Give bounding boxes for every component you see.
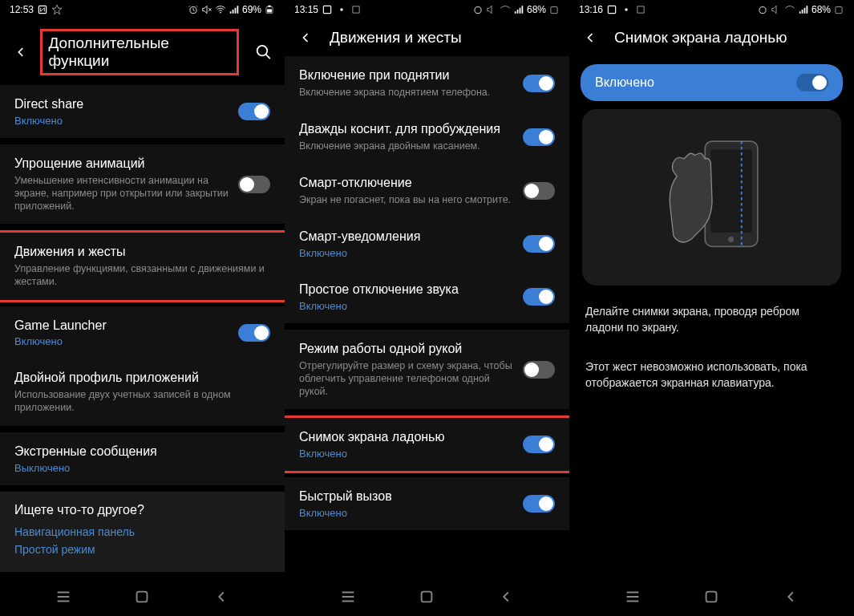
toggle-easy-mute[interactable] — [523, 288, 555, 306]
setting-game-launcher[interactable]: Game Launcher Включено — [0, 306, 285, 359]
svg-rect-10 — [353, 6, 359, 13]
setting-dual-messenger[interactable]: Двойной профиль приложений Использование… — [0, 359, 285, 425]
nfc-icon — [606, 4, 617, 15]
svg-rect-23 — [706, 592, 717, 602]
nav-home[interactable] — [133, 588, 151, 606]
alarm-icon — [472, 4, 484, 15]
nav-back[interactable] — [497, 588, 515, 606]
screen-motions-gestures: 13:15 68% Движения и жесты Включение при… — [285, 0, 569, 616]
nav-recents[interactable] — [339, 588, 357, 606]
screenshot-icon — [350, 4, 362, 15]
setting-one-handed[interactable]: Режим работы одной рукой Отрегулируйте р… — [285, 330, 569, 410]
highlight-motions: Движения и жесты Управление функциями, с… — [0, 230, 285, 302]
highlight-palm-swipe: Снимок экрана ладонью Включено — [285, 415, 569, 473]
master-toggle-bar[interactable]: Включено — [581, 64, 843, 101]
back-icon[interactable] — [582, 30, 598, 46]
setting-palm-swipe[interactable]: Снимок экрана ладонью Включено — [285, 418, 569, 471]
master-toggle[interactable] — [796, 74, 828, 91]
toggle-lift-to-wake[interactable] — [523, 75, 555, 92]
signal-icon — [229, 4, 240, 15]
svg-rect-16 — [637, 6, 644, 13]
back-icon[interactable] — [13, 44, 29, 60]
status-time: 13:16 — [579, 4, 603, 15]
setting-direct-share[interactable]: Direct share Включено — [0, 85, 285, 138]
nav-back[interactable] — [782, 588, 799, 606]
setting-smart-alert[interactable]: Смарт-уведомления Включено — [285, 217, 569, 270]
signal-icon — [513, 4, 524, 15]
setting-easy-mute[interactable]: Простое отключение звука Включено — [285, 270, 569, 323]
battery-icon — [833, 4, 844, 15]
setting-lift-to-wake[interactable]: Включение при поднятии Включение экрана … — [285, 56, 569, 110]
description-2: Этот жест невозможно использовать, пока … — [569, 347, 854, 403]
status-battery: 68% — [812, 4, 831, 15]
svg-rect-14 — [608, 6, 615, 13]
status-bar: 13:15 68% — [285, 0, 569, 19]
svg-rect-5 — [268, 6, 271, 7]
location-icon — [621, 4, 632, 15]
svg-point-11 — [475, 7, 481, 14]
toggle-reduce-animations[interactable] — [238, 176, 270, 193]
battery-icon — [264, 4, 275, 15]
toggle-direct-call[interactable] — [523, 495, 555, 513]
nav-bar — [0, 578, 285, 616]
page-title: Снимок экрана ладонью — [614, 29, 841, 47]
content: Включено Делайте снимки экрана, проводя … — [569, 56, 854, 578]
settings-list: Direct share Включено Упрощение анимаций… — [0, 85, 285, 578]
signal-icon — [798, 4, 809, 15]
toggle-game-launcher[interactable] — [238, 324, 270, 342]
description-1: Делайте снимки экрана, проводя ребром ла… — [569, 292, 854, 347]
setting-direct-call[interactable]: Быстрый вызов Включено — [285, 477, 569, 530]
nav-home[interactable] — [702, 588, 720, 606]
location-icon — [51, 4, 63, 15]
nav-recents[interactable] — [55, 588, 72, 606]
status-time: 12:53 — [10, 4, 34, 15]
svg-rect-18 — [836, 7, 842, 14]
mute-icon — [486, 4, 497, 15]
wifi-icon — [500, 4, 511, 15]
toggle-direct-share[interactable] — [238, 103, 270, 120]
screen-palm-swipe: 13:16 68% Снимок экрана ладонью Включено — [569, 0, 854, 616]
lookup-link-easy-mode[interactable]: Простой режим — [14, 543, 270, 556]
location-icon — [336, 4, 347, 15]
svg-point-6 — [257, 46, 267, 56]
nav-home[interactable] — [418, 588, 435, 606]
battery-icon — [548, 4, 560, 15]
back-icon[interactable] — [297, 30, 314, 46]
setting-reduce-animations[interactable]: Упрощение анимаций Уменьшение интенсивно… — [0, 144, 285, 225]
title-highlight: Дополнительные функции — [40, 29, 239, 75]
search-icon[interactable] — [255, 43, 272, 61]
setting-motions-gestures[interactable]: Движения и жесты Управление функциями, с… — [0, 233, 285, 299]
page-title: Дополнительные функции — [49, 34, 169, 69]
nfc-icon — [322, 4, 333, 15]
header: Движения и жесты — [285, 19, 569, 56]
mute-icon — [201, 4, 212, 15]
setting-smart-stay[interactable]: Смарт-отключение Экран не погаснет, пока… — [285, 164, 569, 217]
status-bar: 13:16 68% — [569, 0, 854, 19]
lookup-link-navbar[interactable]: Навигационная панель — [14, 525, 270, 538]
setting-sos-messages[interactable]: Экстренные сообщения Выключено — [0, 432, 285, 485]
header: Снимок экрана ладонью — [569, 19, 854, 56]
svg-rect-4 — [267, 9, 272, 12]
toggle-smart-stay[interactable] — [523, 182, 555, 200]
nav-back[interactable] — [212, 588, 230, 606]
settings-list: Включение при поднятии Включение экрана … — [285, 56, 569, 578]
toggle-smart-alert[interactable] — [523, 235, 555, 253]
toggle-double-tap-wake[interactable] — [523, 128, 555, 146]
svg-point-15 — [625, 8, 628, 11]
page-title: Движения и жесты — [330, 29, 557, 47]
nav-recents[interactable] — [624, 588, 642, 606]
svg-rect-13 — [422, 592, 432, 602]
toggle-one-handed[interactable] — [523, 361, 555, 379]
toggle-palm-swipe[interactable] — [523, 436, 555, 453]
wifi-icon — [215, 4, 226, 15]
gesture-illustration — [582, 109, 841, 286]
nfc-icon — [37, 4, 48, 15]
svg-point-17 — [759, 7, 766, 14]
status-battery: 68% — [527, 4, 546, 15]
lookup-card: Ищете что-то другое? Навигационная панел… — [0, 492, 285, 572]
nav-bar — [285, 578, 569, 616]
enabled-label: Включено — [595, 75, 654, 90]
setting-double-tap-wake[interactable]: Дважды коснит. для пробуждения Включение… — [285, 110, 569, 164]
status-battery: 69% — [242, 4, 261, 15]
svg-point-2 — [220, 12, 221, 14]
